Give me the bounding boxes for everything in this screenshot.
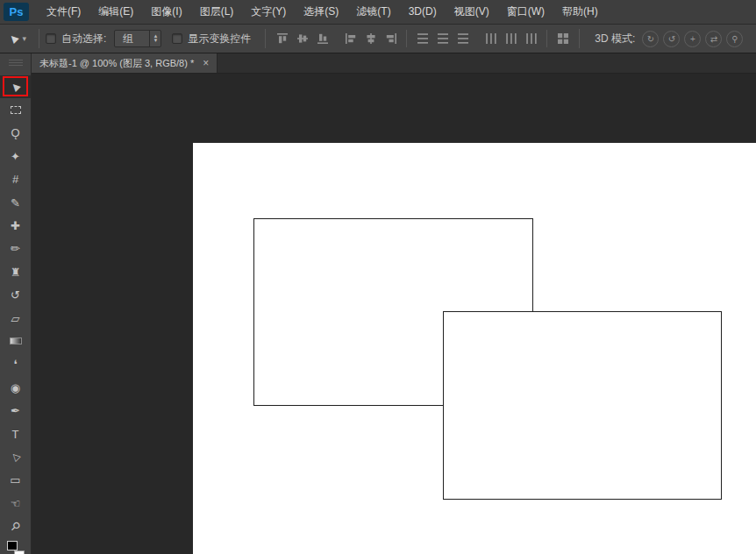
panel-grip[interactable]	[9, 60, 23, 67]
3d-mode-label: 3D 模式:	[595, 32, 635, 46]
menu-window[interactable]: 窗口(W)	[498, 0, 553, 24]
distribute-vertical-centers-button[interactable]	[432, 29, 453, 48]
auto-select-option[interactable]: 自动选择:	[46, 32, 106, 46]
horizontal-type-tool[interactable]: T	[0, 423, 31, 445]
brush-tool-icon: ✏	[11, 242, 20, 255]
align-vertical-centers-icon	[296, 32, 309, 45]
divider	[406, 30, 407, 47]
foreground-color-swatch[interactable]	[7, 541, 18, 550]
distribute-right-edges-icon	[525, 32, 538, 45]
distribute-bottom-edges-button[interactable]	[453, 29, 473, 48]
tool-preset-picker[interactable]: ▶ ▾	[5, 32, 31, 46]
horizontal-type-tool-icon: T	[12, 428, 19, 441]
rectangular-marquee-tool[interactable]	[0, 98, 31, 121]
gradient-tool[interactable]	[0, 330, 31, 352]
quick-selection-tool[interactable]: ✦	[0, 145, 31, 167]
brush-tool[interactable]: ✏	[0, 238, 31, 260]
menu-filter[interactable]: 滤镜(T)	[347, 0, 399, 24]
history-brush-tool[interactable]: ↺	[0, 284, 31, 307]
hand-tool-icon: ☜	[11, 497, 21, 510]
move-tool-icon: ▶	[7, 32, 20, 45]
rectangle-tool[interactable]: ▭	[0, 469, 31, 492]
menu-items: 文件(F)编辑(E)图像(I)图层(L)文字(Y)选择(S)滤镜(T)3D(D)…	[38, 0, 607, 24]
menu-view[interactable]: 视图(V)	[446, 0, 498, 24]
3d-pan-icon[interactable]: +	[684, 31, 701, 47]
background-color-swatch[interactable]	[14, 550, 25, 554]
document-title: 未标题-1 @ 100% (图层 3, RGB/8) *	[39, 57, 194, 70]
distribute-vertical-centers-icon	[437, 32, 449, 45]
menu-3d[interactable]: 3D(D)	[400, 0, 446, 24]
show-transform-label: 显示变换控件	[188, 32, 251, 46]
auto-select-checkbox[interactable]	[46, 33, 56, 44]
menu-type[interactable]: 文字(Y)	[242, 0, 295, 24]
lasso-tool[interactable]: Ǫ	[0, 122, 31, 145]
align-top-edges-icon	[276, 32, 289, 45]
menu-image[interactable]: 图像(I)	[142, 0, 190, 24]
canvas-area	[32, 74, 756, 554]
gradient-tool-icon	[10, 337, 22, 344]
show-transform-option[interactable]: 显示变换控件	[172, 32, 251, 46]
align-right-edges-button[interactable]	[381, 29, 401, 48]
blur-tool[interactable]: ❛	[0, 353, 31, 376]
auto-align-layers-button[interactable]	[553, 29, 573, 48]
lasso-tool-icon: Ǫ	[11, 126, 19, 139]
divider	[39, 29, 39, 48]
crop-tool-icon: #	[12, 173, 18, 186]
divider	[579, 29, 580, 48]
auto-select-target-dropdown[interactable]: 组 ▲▼	[114, 30, 161, 47]
menu-help[interactable]: 帮助(H)	[553, 0, 607, 24]
document-canvas[interactable]	[193, 143, 756, 554]
3d-slide-icon[interactable]: ⇄	[705, 31, 722, 47]
stepper-icons[interactable]: ▲▼	[149, 31, 160, 46]
distribute-left-edges-button[interactable]	[481, 29, 501, 48]
dodge-tool[interactable]: ◉	[0, 376, 31, 399]
eyedropper-tool-icon: ✎	[11, 196, 20, 210]
menu-edit[interactable]: 编辑(E)	[89, 0, 142, 24]
crop-tool[interactable]: #	[0, 168, 31, 191]
spot-healing-brush-tool-icon: ✚	[11, 219, 20, 232]
drawn-rectangle-2[interactable]	[443, 311, 722, 500]
spot-healing-brush-tool[interactable]: ✚	[0, 214, 31, 237]
eyedropper-tool[interactable]: ✎	[0, 191, 31, 214]
close-icon[interactable]: ×	[203, 57, 209, 69]
auto-select-label: 自动选择:	[61, 32, 106, 46]
align-bottom-edges-button[interactable]	[312, 29, 332, 48]
color-swatches[interactable]	[5, 541, 26, 554]
menu-layer[interactable]: 图层(L)	[191, 0, 243, 24]
quick-selection-tool-icon: ✦	[11, 150, 20, 163]
document-tab-bar: 未标题-1 @ 100% (图层 3, RGB/8) * ×	[32, 53, 756, 74]
3d-zoom-icon[interactable]: ⚲	[726, 31, 743, 47]
tools-panel: ▶Ǫ✦#✎✚✏♜↺▱❛◉✒T▷▭☜⚲	[0, 53, 32, 554]
distribute-right-edges-button[interactable]	[521, 29, 541, 48]
document-tab[interactable]: 未标题-1 @ 100% (图层 3, RGB/8) * ×	[32, 53, 218, 73]
dropdown-value: 组	[123, 32, 133, 46]
align-group	[272, 29, 401, 48]
align-vertical-centers-button[interactable]	[292, 29, 312, 48]
stepper-down-icon[interactable]: ▼	[153, 39, 158, 43]
zoom-tool[interactable]: ⚲	[0, 515, 31, 537]
main-area: ▶Ǫ✦#✎✚✏♜↺▱❛◉✒T▷▭☜⚲ 未标题-1 @ 100% (图层 3, R…	[0, 53, 756, 554]
align-top-edges-button[interactable]	[272, 29, 292, 48]
3d-mode-buttons: ↻↺+⇄⚲	[642, 31, 743, 47]
show-transform-checkbox[interactable]	[172, 33, 182, 44]
rectangle-tool-icon: ▭	[10, 473, 20, 487]
align-left-edges-button[interactable]	[340, 29, 360, 48]
align-horizontal-centers-button[interactable]	[360, 29, 381, 48]
dodge-tool-icon: ◉	[11, 381, 20, 394]
menu-file[interactable]: 文件(F)	[38, 0, 89, 24]
move-tool[interactable]: ▶	[0, 75, 31, 98]
hand-tool[interactable]: ☜	[0, 492, 31, 515]
menu-select[interactable]: 选择(S)	[295, 0, 347, 24]
pen-tool[interactable]: ✒	[0, 399, 31, 422]
path-selection-tool-icon: ▷	[9, 451, 22, 464]
clone-stamp-tool[interactable]: ♜	[0, 260, 31, 283]
history-brush-tool-icon: ↺	[11, 288, 20, 302]
eraser-tool[interactable]: ▱	[0, 307, 31, 330]
distribute-top-edges-button[interactable]	[412, 29, 432, 48]
3d-orbit-icon[interactable]: ↻	[642, 31, 659, 47]
align-horizontal-centers-icon	[365, 32, 377, 45]
3d-roll-icon[interactable]: ↺	[663, 31, 680, 47]
distribute-horizontal-centers-button[interactable]	[501, 29, 521, 48]
path-selection-tool[interactable]: ▷	[0, 445, 31, 468]
chevron-down-icon: ▾	[22, 34, 26, 43]
